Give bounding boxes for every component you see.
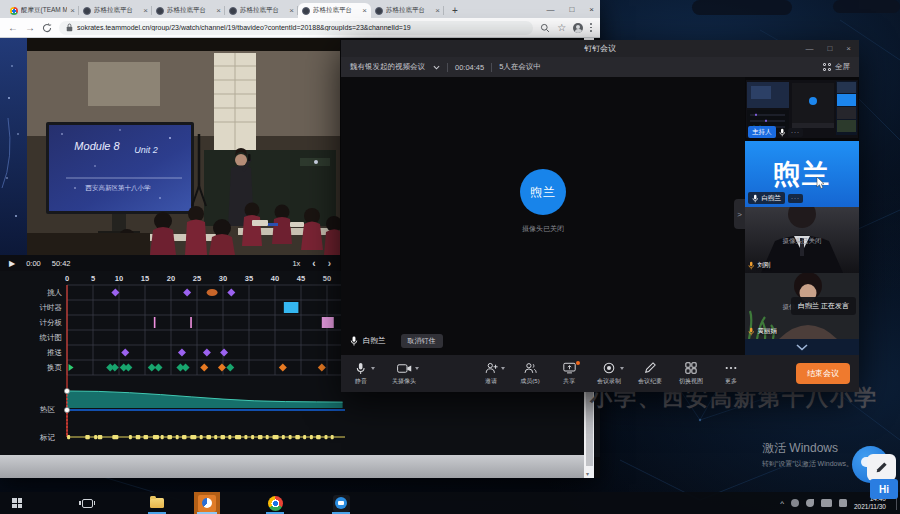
members-button[interactable]: 成员(5)	[519, 362, 541, 386]
tab-close-icon[interactable]: ×	[70, 7, 75, 15]
minimize-icon[interactable]: —	[805, 44, 813, 53]
minimize-icon[interactable]: —	[546, 5, 554, 14]
tray-pen-icon[interactable]	[806, 499, 814, 507]
tab-close-icon[interactable]: ×	[362, 7, 367, 15]
play-icon[interactable]: ▶	[9, 259, 15, 268]
forward-icon[interactable]: →	[25, 23, 35, 33]
playback-speed[interactable]: 1x	[292, 259, 300, 268]
task-view-icon	[82, 499, 93, 508]
participant-tile[interactable]: 煦兰 白煦兰···	[745, 141, 859, 207]
more-button[interactable]: 更多	[720, 362, 742, 386]
dropdown-caret-icon[interactable]	[371, 367, 375, 370]
search-icon[interactable]	[540, 23, 550, 33]
close-icon[interactable]: ×	[846, 44, 851, 53]
taskbar-chrome[interactable]	[262, 492, 288, 514]
bookmark-star-icon[interactable]: ☆	[557, 22, 566, 33]
svg-text:热区: 热区	[39, 405, 56, 414]
tray-expand-icon[interactable]: ^	[780, 499, 784, 508]
participant-name: 黄丽娟	[757, 327, 777, 336]
reload-icon[interactable]	[42, 23, 52, 33]
mic-icon	[350, 336, 358, 346]
browser-address-bar: ← → sokrates.teammodel.cn/group/23/watch…	[0, 18, 600, 38]
tray-ime-icon[interactable]	[839, 499, 847, 507]
taskbar-meeting-app[interactable]	[328, 492, 354, 514]
page-footer-strip	[0, 455, 584, 478]
meeting-app-icon	[333, 495, 350, 512]
screen-unit-text: Unit 2	[134, 145, 158, 155]
new-tab-button[interactable]: +	[448, 5, 462, 18]
folder-icon	[150, 498, 164, 508]
back-icon[interactable]: ←	[8, 23, 18, 33]
scrollbar-down-icon[interactable]: ▾	[586, 470, 589, 477]
close-icon[interactable]: ×	[589, 5, 594, 14]
meeting-toolbar: 静音关摄像头 邀请成员(5)共享会议录制会议纪要切换视图更多 结束会议	[341, 355, 859, 392]
tab-close-icon[interactable]: ×	[435, 7, 440, 15]
speaker-avatar: 煦兰	[520, 169, 566, 215]
invite-button[interactable]: 邀请	[480, 362, 502, 386]
tab-close-icon[interactable]: ×	[289, 7, 294, 15]
tab-close-icon[interactable]: ×	[216, 7, 221, 15]
dropdown-caret-icon[interactable]	[620, 367, 624, 370]
taskbar-active-app[interactable]	[194, 492, 220, 514]
panel-scroll-down-chevron[interactable]	[745, 339, 859, 355]
dropdown-caret-icon[interactable]	[415, 367, 419, 370]
browser-tab[interactable]: 醍摩豆(TEAM Mo...×	[6, 3, 79, 18]
taskbar: ^ 14:40 2021/11/30	[0, 492, 900, 514]
view-button[interactable]: 切换视图	[679, 362, 703, 386]
record-button[interactable]: 会议录制	[597, 362, 621, 386]
browser-tab[interactable]: 苏格拉底平台×	[79, 3, 152, 18]
tile-more-icon[interactable]: ···	[788, 194, 803, 203]
maximize-icon[interactable]: □	[827, 44, 832, 53]
browser-tab[interactable]: 苏格拉底平台×	[152, 3, 225, 18]
maximize-icon[interactable]: □	[569, 5, 574, 14]
background-window-shadow	[692, 0, 792, 15]
svg-text:计时器: 计时器	[40, 303, 63, 312]
tab-label: 苏格拉底平台	[167, 6, 213, 15]
panel-toggle-chevron[interactable]: >	[734, 199, 745, 229]
chevron-down-icon[interactable]	[433, 65, 440, 70]
camera-button[interactable]: 关摄像头	[392, 362, 416, 386]
url-text: sokrates.teammodel.cn/group/23/watch/cha…	[77, 24, 411, 31]
fullscreen-label: 全屏	[835, 62, 850, 72]
hi-widget-badge[interactable]: Hi	[870, 479, 898, 499]
desktop-screen: 小学、西安高新第十八小学 激活 Windows 转到“设置”以激活 Window…	[0, 0, 900, 514]
tab-label: 苏格拉底平台	[240, 6, 286, 15]
svg-text:推送: 推送	[47, 348, 63, 357]
browser-menu-icon[interactable]	[590, 23, 592, 31]
tray-app-icon[interactable]	[791, 499, 799, 507]
activate-windows-watermark: 激活 Windows 转到“设置”以激活 Windows。	[762, 440, 853, 469]
taskbar-file-explorer[interactable]	[144, 492, 170, 514]
unpin-button[interactable]: 取消钉住	[401, 334, 443, 348]
classroom-video-player[interactable]: Module 8 Unit 2 西安高新区第十八小学	[0, 38, 340, 255]
url-box[interactable]: sokrates.teammodel.cn/group/23/watch/cha…	[59, 21, 533, 35]
participant-tile[interactable]: 摄像头已关闭 黄丽娟白煦兰 正在发言	[745, 273, 859, 339]
browser-tab[interactable]: 苏格拉底平台×	[371, 3, 444, 18]
start-button[interactable]	[6, 492, 28, 514]
meeting-elapsed-time: 00:04:45	[455, 63, 484, 72]
invite-icon	[485, 362, 498, 375]
browser-tab[interactable]: 苏格拉底平台×	[225, 3, 298, 18]
tray-battery-icon[interactable]	[821, 499, 832, 507]
toolbar-button-label: 静音	[355, 377, 367, 386]
toolbar-button-label: 更多	[725, 377, 737, 386]
end-meeting-button[interactable]: 结束会议	[796, 363, 850, 384]
profile-avatar-icon[interactable]	[573, 23, 583, 33]
share-button[interactable]: 共享	[558, 362, 580, 386]
prev-icon[interactable]: ‹	[312, 258, 315, 269]
participant-tile[interactable]: 主持人···	[745, 77, 859, 141]
minutes-button[interactable]: 会议纪要	[638, 362, 662, 386]
svg-text:45: 45	[297, 274, 305, 283]
fullscreen-button[interactable]: 全屏	[823, 62, 850, 72]
mic-icon	[356, 362, 365, 375]
annotate-pencil-button[interactable]	[867, 454, 896, 481]
svg-text:标记: 标记	[39, 433, 56, 442]
dropdown-caret-icon[interactable]	[501, 367, 505, 370]
tab-close-icon[interactable]: ×	[143, 7, 148, 15]
tile-more-icon[interactable]: ···	[788, 128, 803, 137]
next-icon[interactable]: ›	[328, 258, 331, 269]
task-view-button[interactable]	[76, 492, 98, 514]
meeting-subtitle[interactable]: 魏有银发起的视频会议	[350, 62, 425, 72]
mute-button[interactable]: 静音	[350, 362, 372, 386]
participant-tile[interactable]: 摄像头已关闭 刘刚	[745, 207, 859, 273]
browser-tab[interactable]: 苏格拉底平台×	[298, 3, 371, 18]
